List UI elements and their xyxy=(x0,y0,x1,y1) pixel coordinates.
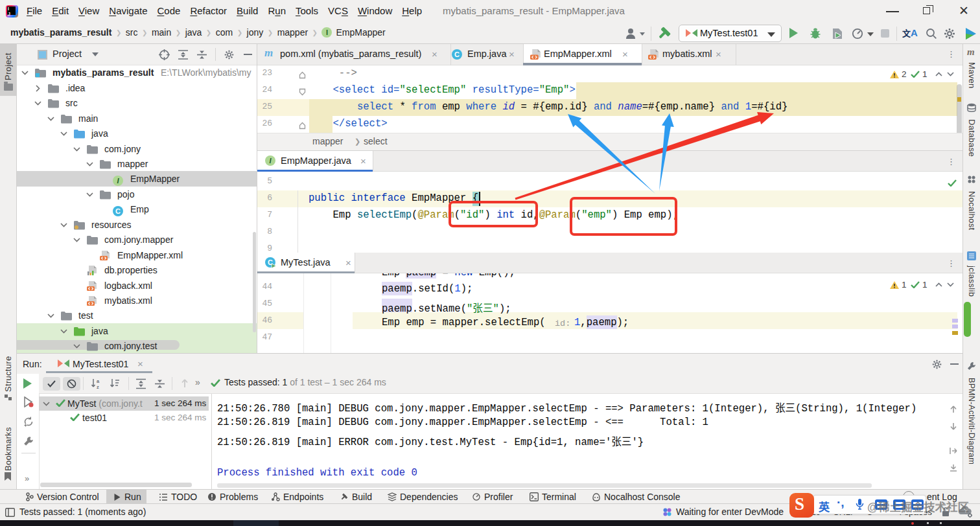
svg-text:z: z xyxy=(97,384,99,389)
svg-text:?: ? xyxy=(964,507,968,514)
svg-text:a: a xyxy=(97,378,100,384)
